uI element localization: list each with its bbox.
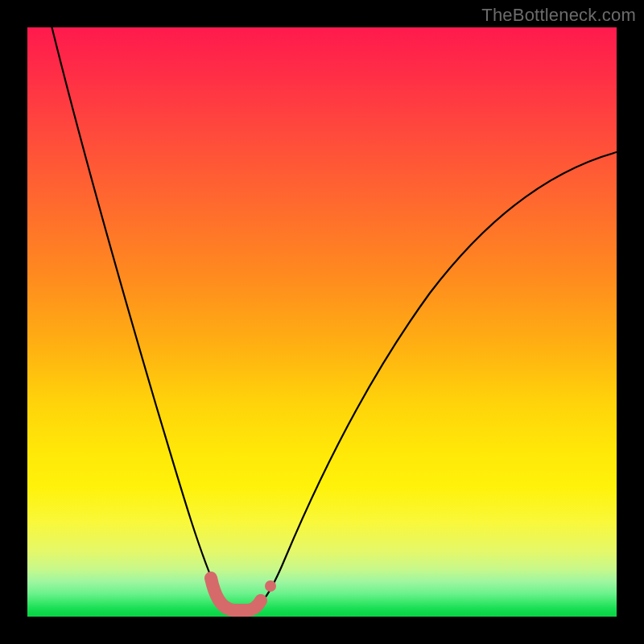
chart-frame: TheBottleneck.com xyxy=(0,0,644,644)
curve-layer xyxy=(27,27,617,617)
plot-area xyxy=(27,27,617,617)
optimal-range-dot xyxy=(265,580,276,592)
optimal-range-marker xyxy=(211,578,261,610)
bottleneck-curve xyxy=(50,19,617,610)
watermark-text: TheBottleneck.com xyxy=(481,5,636,26)
